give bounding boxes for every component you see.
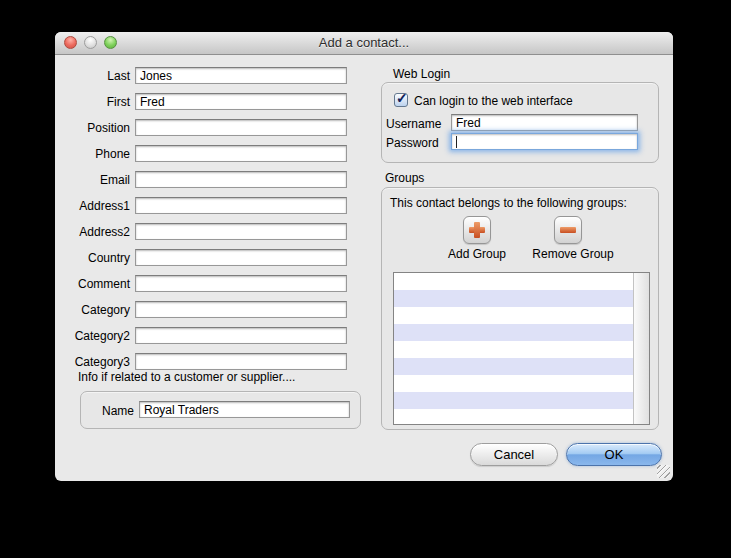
- groups-caption: This contact belongs to the following gr…: [390, 196, 627, 210]
- ok-button[interactable]: OK: [566, 443, 662, 466]
- field-input-first[interactable]: Fred: [135, 93, 347, 110]
- field-label-email: Email: [55, 173, 130, 187]
- close-icon[interactable]: [64, 36, 77, 49]
- add-contact-dialog: Add a contact... LastJonesFirstFredPosit…: [55, 32, 673, 481]
- group-list-row[interactable]: [394, 341, 634, 358]
- can-login-label: Can login to the web interface: [414, 94, 573, 108]
- group-list-row[interactable]: [394, 290, 634, 307]
- username-label: Username: [386, 117, 434, 131]
- username-input[interactable]: Fred: [451, 114, 638, 131]
- add-group-label: Add Group: [437, 247, 517, 261]
- groups-box: This contact belongs to the following gr…: [381, 187, 659, 430]
- password-input[interactable]: [451, 133, 638, 150]
- field-input-category3[interactable]: [135, 353, 347, 370]
- minus-icon: [560, 227, 576, 233]
- groups-list[interactable]: [393, 272, 650, 425]
- field-input-position[interactable]: [135, 119, 347, 136]
- group-list-row[interactable]: [394, 273, 634, 290]
- field-input-phone[interactable]: [135, 145, 347, 162]
- web-login-section-label: Web Login: [393, 67, 450, 81]
- groups-section-label: Groups: [385, 171, 424, 185]
- field-label-country: Country: [55, 251, 130, 265]
- field-input-category2[interactable]: [135, 327, 347, 344]
- field-input-category[interactable]: [135, 301, 347, 318]
- field-label-category: Category: [55, 303, 130, 317]
- remove-group-button[interactable]: [554, 216, 582, 244]
- field-label-position: Position: [55, 121, 130, 135]
- field-input-address1[interactable]: [135, 197, 347, 214]
- window-title: Add a contact...: [55, 32, 673, 54]
- password-label: Password: [386, 136, 434, 150]
- add-group-button[interactable]: [463, 216, 491, 244]
- field-input-last[interactable]: Jones: [135, 67, 347, 84]
- field-label-category3: Category3: [55, 355, 130, 369]
- group-list-row[interactable]: [394, 375, 634, 392]
- group-list-row[interactable]: [394, 409, 634, 425]
- name-label: Name: [81, 404, 134, 418]
- cancel-button[interactable]: Cancel: [470, 443, 558, 466]
- field-label-category2: Category2: [55, 329, 130, 343]
- field-label-last: Last: [55, 69, 130, 83]
- checkmark-icon: ✓: [396, 90, 408, 106]
- group-list-row[interactable]: [394, 307, 634, 324]
- remove-group-label: Remove Group: [528, 247, 618, 261]
- field-label-address2: Address2: [55, 225, 130, 239]
- resize-grip-icon[interactable]: [657, 465, 670, 478]
- field-label-comment: Comment: [55, 277, 130, 291]
- text-caret: [456, 136, 457, 148]
- field-label-phone: Phone: [55, 147, 130, 161]
- minimize-icon[interactable]: [84, 36, 97, 49]
- field-input-country[interactable]: [135, 249, 347, 266]
- zoom-icon[interactable]: [104, 36, 117, 49]
- field-label-address1: Address1: [55, 199, 130, 213]
- group-list-row[interactable]: [394, 324, 634, 341]
- field-input-email[interactable]: [135, 171, 347, 188]
- name-input[interactable]: Royal Traders: [139, 401, 350, 418]
- related-name-box: Name Royal Traders: [80, 391, 361, 429]
- field-input-comment[interactable]: [135, 275, 347, 292]
- related-info-caption: Info if related to a customer or supplie…: [78, 370, 295, 384]
- web-login-box: ✓ Can login to the web interface Usernam…: [381, 82, 659, 163]
- field-label-first: First: [55, 95, 130, 109]
- field-input-address2[interactable]: [135, 223, 347, 240]
- can-login-checkbox[interactable]: ✓: [394, 93, 408, 107]
- group-list-row[interactable]: [394, 392, 634, 409]
- group-list-row[interactable]: [394, 358, 634, 375]
- title-bar[interactable]: Add a contact...: [55, 32, 673, 55]
- scrollbar-track[interactable]: [633, 273, 649, 424]
